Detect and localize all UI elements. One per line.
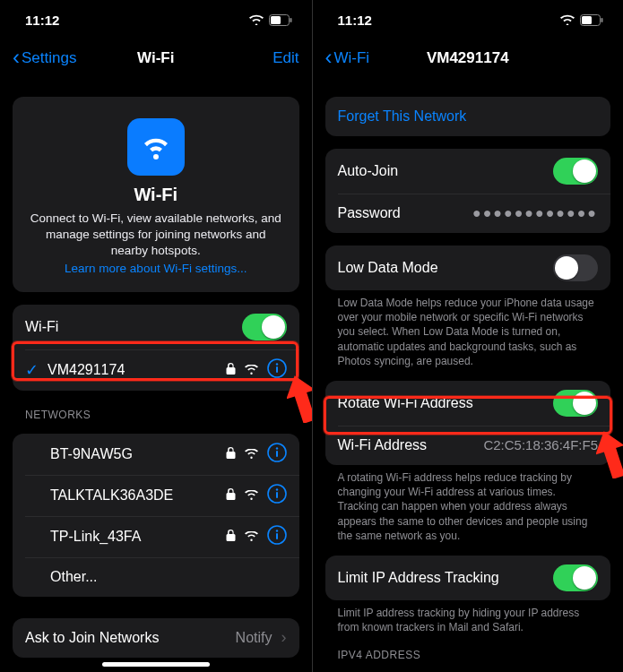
- status-right: [249, 14, 292, 26]
- signal-icon: [245, 529, 258, 545]
- networks-header: NETWORKS: [25, 409, 299, 421]
- auto-join-row: Auto-Join: [325, 149, 611, 194]
- wifi-app-icon: [127, 118, 185, 176]
- lock-icon: [226, 487, 236, 504]
- svg-rect-1: [271, 16, 281, 24]
- svg-rect-17: [582, 16, 592, 24]
- info-icon[interactable]: [267, 525, 287, 548]
- signal-icon: [245, 487, 258, 504]
- right-screenshot: 11:12 ‹ Wi-Fi VM4291174 Forget This Netw…: [312, 0, 624, 672]
- wifi-toggle-label: Wi-Fi: [25, 319, 58, 335]
- rotate-label: Rotate Wi-Fi Address: [338, 395, 473, 411]
- edit-button[interactable]: Edit: [273, 49, 299, 67]
- network-row[interactable]: TALKTALK36A3DE: [13, 475, 299, 516]
- svg-point-4: [275, 363, 277, 365]
- chevron-right-icon: ›: [281, 628, 287, 647]
- signal-icon: [245, 362, 258, 378]
- network-row[interactable]: TP-Link_43FA: [13, 516, 299, 557]
- low-data-label: Low Data Mode: [338, 260, 438, 276]
- info-icon[interactable]: [267, 484, 287, 507]
- wifi-hero-card: Wi-Fi Connect to Wi-Fi, view available n…: [13, 97, 299, 292]
- network-name: TP-Link_43FA: [50, 529, 141, 545]
- chevron-left-icon: ‹: [13, 47, 20, 68]
- svg-point-7: [275, 447, 277, 449]
- wifi-master-toggle-row: Wi-Fi: [13, 305, 299, 349]
- ask-label: Ask to Join Networks: [25, 630, 159, 646]
- lock-icon: [226, 529, 236, 545]
- rotate-wifi-address-row: Rotate Wi-Fi Address: [325, 381, 611, 426]
- rotate-help: A rotating Wi-Fi address helps reduce tr…: [325, 465, 611, 543]
- wifi-address-value: C2:C5:18:36:4F:F5: [483, 437, 598, 452]
- hero-title: Wi-Fi: [29, 185, 283, 205]
- lock-icon: [226, 446, 236, 462]
- back-button[interactable]: ‹ Settings: [13, 47, 76, 69]
- limit-ip-tracking-row: Limit IP Address Tracking: [325, 556, 611, 600]
- signal-icon: [245, 446, 258, 462]
- home-indicator: [102, 662, 210, 667]
- left-screenshot: 11:12 ‹ Settings Wi-Fi Edit Wi-Fi Connec…: [0, 0, 312, 672]
- svg-rect-8: [276, 451, 278, 457]
- status-bar: 11:12: [0, 0, 312, 39]
- connected-network-name: VM4291174: [48, 362, 125, 378]
- ask-to-join-row[interactable]: Ask to Join Networks Notify ›: [13, 618, 299, 658]
- other-network-row[interactable]: Other...: [13, 557, 299, 597]
- svg-rect-5: [276, 366, 278, 373]
- low-data-mode-row: Low Data Mode: [325, 246, 611, 290]
- back-label: Settings: [22, 49, 76, 67]
- svg-rect-2: [290, 18, 291, 22]
- info-icon[interactable]: [267, 358, 287, 382]
- status-bar: 11:12: [313, 0, 624, 39]
- nav-bar: ‹ Settings Wi-Fi Edit: [0, 39, 312, 77]
- network-name: TALKTALK36A3DE: [50, 487, 173, 504]
- status-battery-icon: [269, 14, 292, 26]
- hero-body: Connect to Wi-Fi, view available network…: [29, 211, 283, 260]
- status-time: 11:12: [25, 13, 59, 28]
- auto-join-label: Auto-Join: [338, 163, 399, 179]
- limit-toggle[interactable]: [553, 564, 598, 591]
- network-name: BT-9NAW5G: [50, 446, 133, 462]
- low-data-help: Low Data Mode helps reduce your iPhone d…: [325, 290, 611, 368]
- rotate-toggle[interactable]: [553, 390, 598, 417]
- network-row[interactable]: BT-9NAW5G: [13, 434, 299, 475]
- password-mask: ●●●●●●●●●●●●: [472, 205, 598, 221]
- ask-value: Notify: [236, 630, 273, 646]
- back-label: Wi-Fi: [334, 49, 370, 67]
- connected-network-row[interactable]: ✓ VM4291174: [13, 349, 299, 391]
- forget-network-button[interactable]: Forget This Network: [325, 97, 611, 136]
- chevron-left-icon: ‹: [325, 47, 333, 68]
- limit-label: Limit IP Address Tracking: [338, 570, 499, 586]
- forget-label: Forget This Network: [338, 108, 467, 125]
- status-battery-icon: [580, 14, 603, 26]
- svg-point-13: [275, 530, 277, 531]
- wifi-toggle[interactable]: [242, 314, 287, 340]
- low-data-toggle[interactable]: [553, 254, 598, 281]
- other-label: Other...: [50, 569, 97, 585]
- limit-help: Limit IP address tracking by hiding your…: [325, 600, 611, 634]
- svg-rect-18: [601, 18, 603, 22]
- ipv4-header: IPV4 ADDRESS: [338, 649, 611, 661]
- nav-bar: ‹ Wi-Fi VM4291174: [313, 39, 624, 77]
- status-wifi-icon: [249, 14, 264, 25]
- password-label: Password: [338, 205, 401, 221]
- status-wifi-icon: [560, 14, 575, 25]
- status-right: [560, 14, 603, 26]
- hero-learn-more-link[interactable]: Learn more about Wi-Fi settings...: [65, 262, 247, 275]
- lock-icon: [226, 362, 236, 378]
- auto-join-toggle[interactable]: [553, 158, 598, 185]
- svg-rect-14: [276, 533, 278, 539]
- checkmark-icon: ✓: [25, 360, 39, 380]
- svg-rect-11: [276, 492, 278, 498]
- networks-list: BT-9NAW5G TALKTALK36A3DE TP-Link_43FA: [13, 434, 299, 597]
- wifi-address-row: Wi-Fi Address C2:C5:18:36:4F:F5: [325, 426, 611, 465]
- info-icon[interactable]: [267, 443, 287, 466]
- back-button[interactable]: ‹ Wi-Fi: [325, 47, 370, 69]
- status-time: 11:12: [338, 13, 372, 28]
- password-row[interactable]: Password ●●●●●●●●●●●●: [325, 194, 611, 233]
- wifi-address-label: Wi-Fi Address: [338, 437, 428, 453]
- svg-point-10: [275, 488, 277, 490]
